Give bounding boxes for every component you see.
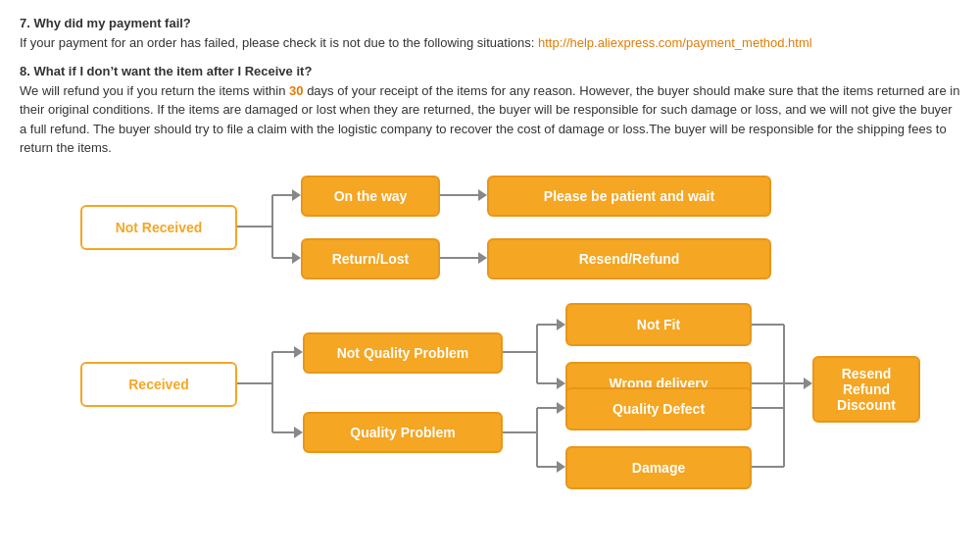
box-resend-refund-discount: Resend Refund Discount <box>812 356 920 423</box>
box-on-the-way: On the way <box>301 176 440 217</box>
box-resend-refund-top: Resend/Refund <box>487 238 771 279</box>
box-not-fit: Not Fit <box>565 303 752 346</box>
box-please-wait: Please be patient and wait <box>487 176 771 217</box>
svg-marker-19 <box>557 319 565 330</box>
box-return-lost: Return/Lost <box>301 238 440 279</box>
box-received: Received <box>80 362 237 407</box>
box-quality-problem: Quality Problem <box>303 412 503 453</box>
svg-marker-13 <box>294 346 303 358</box>
svg-marker-27 <box>557 461 565 473</box>
box-damage: Damage <box>565 446 752 489</box>
box-not-quality: Not Quality Problem <box>303 332 503 374</box>
flowchart-diagram: Not Received On the way Return/Lost Plea… <box>20 168 960 540</box>
q7-link[interactable]: http://help.aliexpress.com/payment_metho… <box>538 35 812 50</box>
section-q8: 8. What if I don’t want the item after I… <box>20 62 960 158</box>
svg-marker-25 <box>557 402 565 414</box>
svg-marker-9 <box>478 252 487 264</box>
svg-marker-15 <box>294 427 303 438</box>
section-q7: 7. Why did my payment fail? If your paym… <box>20 14 960 52</box>
q7-title: 7. Why did my payment fail? <box>20 16 191 30</box>
svg-marker-7 <box>478 189 487 201</box>
svg-marker-5 <box>292 252 301 264</box>
svg-marker-3 <box>292 189 301 201</box>
q8-highlight: 30 <box>289 83 303 98</box>
box-not-received: Not Received <box>80 205 237 250</box>
q8-title: 8. What if I don’t want the item after I… <box>20 64 312 78</box>
q7-body: If your payment for an order has failed,… <box>20 35 538 50</box>
q8-body: We will refund you if you return the ite… <box>20 83 289 98</box>
svg-marker-21 <box>557 378 565 389</box>
page: 7. Why did my payment fail? If your paym… <box>0 0 980 556</box>
svg-marker-36 <box>804 378 812 389</box>
box-quality-defect: Quality Defect <box>565 387 752 430</box>
